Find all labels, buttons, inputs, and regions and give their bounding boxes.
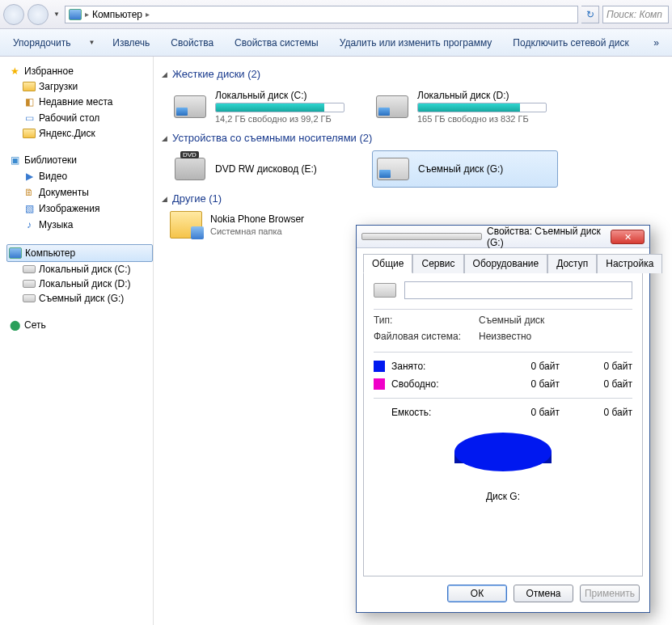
filesystem-value: Неизвестно [479, 331, 531, 342]
tab-strip: Общие Сервис Оборудование Доступ Настрой… [363, 253, 643, 273]
used-bytes2: 0 байт [584, 361, 632, 372]
history-dropdown-icon[interactable]: ▼ [52, 11, 61, 18]
tab-sharing[interactable]: Доступ [547, 254, 597, 273]
hdd-icon [174, 95, 206, 118]
ok-button[interactable]: ОК [447, 585, 507, 602]
properties-dialog: Свойства: Съемный диск (G:) ✕ Общие Серв… [356, 225, 650, 613]
search-placeholder: Поиск: Комп [606, 9, 662, 20]
desktop-icon: ▭ [23, 112, 36, 125]
star-icon: ★ [8, 65, 21, 78]
chevron-down-icon[interactable]: ▼ [87, 39, 96, 46]
drive-icon [23, 265, 36, 273]
music-icon: ♪ [23, 218, 36, 231]
computer-label: Компьютер [25, 247, 75, 259]
dialog-titlebar[interactable]: Свойства: Съемный диск (G:) ✕ [357, 226, 649, 248]
sidebar-item-documents[interactable]: 🗎Документы [6, 184, 153, 201]
network-header[interactable]: ⬤ Сеть [6, 317, 153, 333]
sidebar-item-drive-c[interactable]: Локальный диск (C:) [6, 262, 153, 277]
organize-button[interactable]: Упорядочить [8, 34, 75, 52]
libraries-header[interactable]: ▣ Библиотеки [6, 152, 153, 168]
used-bytes: 0 байт [511, 361, 560, 372]
sidebar-item-video[interactable]: ▶Видео [6, 168, 153, 184]
navigation-pane: ★ Избранное Загрузки ◧Недавние места ▭Ра… [0, 57, 154, 625]
eject-button[interactable]: Извлечь [108, 34, 154, 52]
drive-icon [23, 280, 36, 288]
section-hard-disks[interactable]: ◢ Жесткие диски (2) [162, 68, 664, 80]
capacity-label: Емкость: [391, 407, 431, 418]
drive-icon [23, 294, 36, 302]
usage-bar [215, 103, 344, 112]
system-folder-icon [170, 211, 202, 239]
sidebar-item-drive-d[interactable]: Локальный диск (D:) [6, 277, 153, 291]
properties-button[interactable]: Свойства [166, 34, 218, 52]
image-icon: ▧ [23, 202, 36, 215]
free-bytes2: 0 байт [584, 378, 632, 390]
free-label: Свободно: [391, 378, 439, 390]
network-label: Сеть [24, 319, 46, 331]
collapse-icon: ◢ [162, 195, 167, 203]
forward-button[interactable] [27, 4, 49, 25]
map-drive-button[interactable]: Подключить сетевой диск [508, 34, 633, 52]
folder-icon [23, 129, 36, 138]
drive-icon [374, 283, 396, 298]
tab-customize[interactable]: Настройка [597, 254, 662, 273]
computer-header[interactable]: Компьютер [6, 244, 153, 262]
close-button[interactable]: ✕ [611, 230, 645, 244]
libraries-label: Библиотеки [24, 154, 77, 166]
sidebar-item-desktop[interactable]: ▭Рабочий стол [6, 110, 153, 126]
back-button[interactable] [3, 4, 24, 25]
tab-content: Тип:Съемный диск Файловая система:Неизве… [363, 273, 643, 576]
disk-usage-pie [454, 433, 552, 483]
section-other[interactable]: ◢ Другие (1) [162, 192, 664, 205]
toolbar: Упорядочить ▼ Извлечь Свойства Свойства … [0, 29, 672, 57]
type-label: Тип: [374, 315, 471, 326]
sidebar-item-drive-g[interactable]: Съемный диск (G:) [6, 291, 153, 306]
tab-general[interactable]: Общие [363, 254, 412, 273]
drive-icon [361, 233, 482, 240]
sidebar-item-yandex[interactable]: Яндекс.Диск [6, 126, 153, 141]
used-color-swatch [374, 361, 385, 372]
capacity-bytes2: 0 байт [584, 407, 632, 418]
chevron-icon: ▸ [146, 10, 150, 19]
tab-hardware[interactable]: Оборудование [464, 254, 548, 273]
document-icon: 🗎 [23, 186, 36, 199]
sidebar-item-recent[interactable]: ◧Недавние места [6, 94, 153, 110]
system-properties-button[interactable]: Свойства системы [230, 34, 323, 52]
drive-tile-dvd[interactable]: DVD RW дисковод (E:) [170, 150, 356, 188]
favorites-label: Избранное [24, 65, 74, 77]
refresh-button[interactable]: ↻ [581, 6, 599, 23]
sidebar-item-downloads[interactable]: Загрузки [6, 79, 153, 94]
chevron-icon: ▸ [85, 10, 89, 19]
volume-label-input[interactable] [404, 281, 632, 299]
used-label: Занято: [391, 361, 425, 372]
address-bar[interactable]: ▸ Компьютер ▸ [65, 6, 578, 23]
cancel-button[interactable]: Отмена [514, 585, 573, 602]
sidebar-item-music[interactable]: ♪Музыка [6, 217, 153, 233]
type-value: Съемный диск [479, 315, 544, 326]
sidebar-item-images[interactable]: ▧Изображения [6, 201, 153, 217]
uninstall-button[interactable]: Удалить или изменить программу [335, 34, 497, 52]
address-segment[interactable]: Компьютер [92, 9, 142, 20]
refresh-icon: ↻ [586, 9, 594, 20]
drive-tile-d[interactable]: Локальный диск (D:) 165 ГБ свободно из 8… [372, 87, 558, 127]
favorites-header[interactable]: ★ Избранное [6, 63, 153, 79]
folder-icon [23, 82, 36, 91]
search-input[interactable]: Поиск: Комп [602, 6, 669, 23]
disk-caption: Диск G: [486, 491, 520, 502]
apply-button[interactable]: Применить [580, 585, 640, 602]
collapse-icon: ◢ [162, 134, 167, 142]
toolbar-overflow[interactable]: » [649, 34, 664, 52]
library-icon: ▣ [8, 154, 21, 167]
section-removable[interactable]: ◢ Устройства со съемными носителями (2) [162, 132, 664, 144]
tab-tools[interactable]: Сервис [412, 254, 463, 273]
recent-icon: ◧ [23, 95, 36, 108]
drive-tile-g[interactable]: Съемный диск (G:) [372, 150, 558, 188]
navigation-bar: ▼ ▸ Компьютер ▸ ↻ Поиск: Комп [0, 0, 672, 29]
usage-bar [417, 103, 547, 112]
filesystem-label: Файловая система: [374, 331, 471, 342]
dialog-title: Свойства: Съемный диск (G:) [487, 226, 606, 248]
dvd-icon [175, 158, 205, 180]
drive-tile-c[interactable]: Локальный диск (C:) 14,2 ГБ свободно из … [170, 87, 356, 127]
free-bytes: 0 байт [511, 378, 560, 390]
network-icon: ⬤ [8, 319, 21, 332]
